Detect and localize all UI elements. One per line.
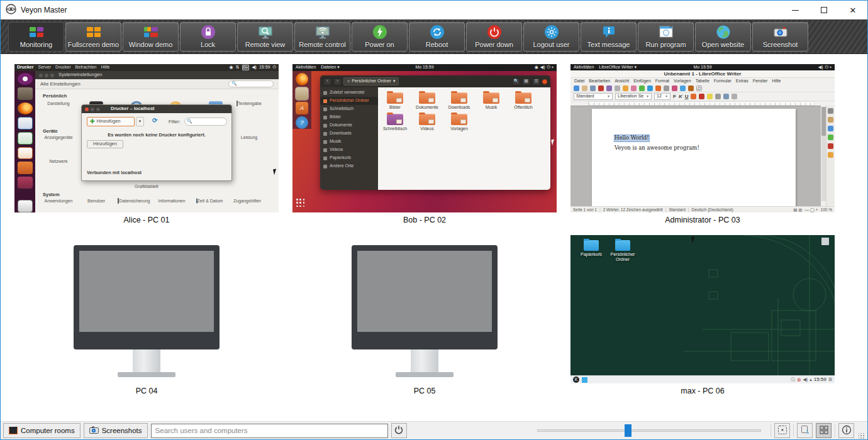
computer-tile-pc02[interactable]: Mo 15:59 Aktivitäten Dateien ▾ ◉ ◀) ⏻ ▾ … <box>292 64 557 227</box>
pc03-size-combo: 12▼ <box>654 93 670 100</box>
pc02-dock: A ? <box>292 71 311 129</box>
pc02-volume-icon: ◀) <box>540 65 545 70</box>
resize-grip[interactable] <box>859 433 865 439</box>
auto-fit-button[interactable] <box>774 423 790 438</box>
titlebar: Veyon Master ✕ <box>1 1 867 19</box>
computer-tile-pc06[interactable]: Papierkorb Persönlicher Ordner K ⓘ ◍ ◀) … <box>570 235 835 398</box>
monitoring-button[interactable]: Monitoring <box>8 22 64 52</box>
pc03-font-combo: Liberation Se▼ <box>615 93 652 100</box>
computer-tile-pc05[interactable]: PC 05 <box>292 235 557 398</box>
pc01-launcher-dock <box>14 71 35 212</box>
close-button[interactable]: ✕ <box>838 1 867 19</box>
power-filter-button[interactable] <box>391 423 407 438</box>
pc02-topbar: Mo 15:59 Aktivitäten Dateien ▾ ◉ ◀) ⏻ ▾ <box>292 64 557 71</box>
computer-tile-pc04[interactable]: PC 04 <box>14 235 279 398</box>
pc03-window-title: Unbenannt 1 - LibreOffice Writer <box>570 70 835 78</box>
run-program-icon <box>658 24 674 40</box>
screenshots-icon <box>89 426 99 435</box>
session-tray-icon: ⏻ <box>272 65 276 70</box>
veyon-tray-icon: ◉ <box>230 65 233 70</box>
computer-label-pc03: Administrator - PC 03 <box>570 212 835 227</box>
pc01-add-printer-button: ✚Hinzufügen <box>87 117 135 126</box>
computer-rooms-button[interactable]: Computer rooms <box>3 423 81 438</box>
pc05-offline-screen <box>292 235 557 383</box>
pc03-selected-text: Hello World! <box>615 135 649 141</box>
window-demo-button[interactable]: Window demo <box>123 22 179 52</box>
pc03-statusbar: Seite 1 von 1| 2 Wörter, 12 Zeichen ausg… <box>570 206 835 212</box>
logout-user-button[interactable]: Logout user <box>523 22 579 52</box>
open-website-button[interactable]: Open website <box>695 22 751 52</box>
veyon-logo-icon <box>6 4 16 17</box>
reboot-icon <box>429 24 445 40</box>
minimize-button[interactable] <box>781 1 810 19</box>
pc03-ruler <box>588 101 815 106</box>
power-filter-icon <box>394 425 404 436</box>
pc02-close-icon <box>542 79 547 84</box>
screenshots-button[interactable]: Screenshots <box>84 423 148 438</box>
remote-control-button[interactable]: Remote control <box>294 22 350 52</box>
computer-label-pc01: Alice - PC 01 <box>14 212 279 227</box>
pc03-sidebar-deck <box>826 106 835 206</box>
pc03-underline-icon: U <box>685 94 689 99</box>
pc01-refresh-icon: ⟳ <box>152 117 157 124</box>
sort-order-icon <box>800 425 810 436</box>
pc03-style-combo: Standard▼ <box>574 93 613 100</box>
pc03-topbar: Mo 15:59 Aktivitäten LibreOffice Writer … <box>570 64 835 70</box>
pc02-power-icon: ⏻ ▾ <box>547 65 554 70</box>
pc02-folder-grid: Bilder Dokumente Downloads Musik Öffentl… <box>378 87 550 190</box>
maximize-button[interactable] <box>810 1 838 19</box>
screenshot-icon <box>772 24 789 40</box>
keyboard-layout-badge: De <box>242 65 250 70</box>
remote-view-button[interactable]: Remote view <box>237 22 293 52</box>
fullscreen-demo-button[interactable]: Fullscreen demo <box>65 22 121 52</box>
computer-monitoring-grid: Drucker Server Drucker Betrachten Hilfe … <box>1 54 867 421</box>
pc03-italic-icon: K <box>679 94 682 99</box>
sort-order-button[interactable] <box>797 423 813 438</box>
about-button[interactable] <box>838 423 854 438</box>
network-tray-icon: ⇅ <box>236 65 240 70</box>
lock-button[interactable]: Lock <box>180 22 236 52</box>
pc03-power-icon: ⏻ ▾ <box>825 65 832 70</box>
thumbnail-size-slider[interactable] <box>537 424 761 437</box>
power-on-button[interactable]: Power on <box>352 22 408 52</box>
pc02-search-icon: 🔍 <box>512 78 520 85</box>
pc01-add-printer-button2: Hinzufügen <box>87 140 123 148</box>
screenshot-button[interactable]: Screenshot <box>752 22 808 52</box>
pc02-grid-view-icon: ▦ <box>522 78 530 85</box>
power-down-icon <box>486 24 503 40</box>
text-message-icon <box>601 24 617 40</box>
computer-rooms-icon <box>9 427 18 434</box>
search-input[interactable] <box>151 424 388 438</box>
pc02-menu-icon: ☰ <box>532 78 540 85</box>
pc02-veyon-tray-icon: ◉ <box>535 65 538 70</box>
pc06-blueprint-wallpaper <box>684 235 835 375</box>
pc02-back-icon: ‹ <box>323 78 331 85</box>
fullscreen-demo-icon <box>86 24 102 40</box>
pc02-path-bar: ⌂ Persönlicher Ordner ▾ <box>343 77 399 85</box>
offline-monitor-icon <box>352 245 498 349</box>
pc06-expand-tray-icon: ▴ <box>810 377 812 382</box>
power-down-button[interactable]: Power down <box>466 22 522 52</box>
pc01-add-caret-button: ▼ <box>136 117 144 126</box>
auto-fit-icon <box>777 425 787 436</box>
run-program-button[interactable]: Run program <box>638 22 694 52</box>
pc01-filter-input: 🔍 <box>184 118 227 126</box>
pc06-home-folder-icon: Persönlicher Ordner <box>607 240 638 263</box>
pc03-screenshot: Mo 15:59 Aktivitäten LibreOffice Writer … <box>570 64 835 212</box>
window-demo-icon <box>143 24 159 40</box>
software-dock-icon: A <box>296 102 308 114</box>
grid-view-button[interactable] <box>816 423 832 438</box>
pc03-document-area: Hello World! Veyon is an awesome program… <box>570 106 821 206</box>
firefox-dock-icon <box>296 73 308 85</box>
pc01-printer-dialog: Drucker – localhost ✚Hinzufügen ▼ ⟳ Filt… <box>81 104 232 181</box>
slider-handle[interactable] <box>625 424 632 437</box>
computer-tile-pc03[interactable]: Mo 15:59 Aktivitäten LibreOffice Writer … <box>570 64 835 227</box>
pc06-volume-tray-icon: ◀) <box>803 377 808 382</box>
computer-tile-pc01[interactable]: Drucker Server Drucker Betrachten Hilfe … <box>14 64 279 227</box>
info-icon <box>842 425 852 436</box>
computer-label-pc04: PC 04 <box>14 383 279 398</box>
reboot-button[interactable]: Reboot <box>409 22 465 52</box>
pc02-app-grid-icon <box>296 199 305 207</box>
veyon-master-window: Veyon Master ✕ Monitoring Fullscreen dem… <box>0 0 868 440</box>
text-message-button[interactable]: Text message <box>581 22 637 52</box>
